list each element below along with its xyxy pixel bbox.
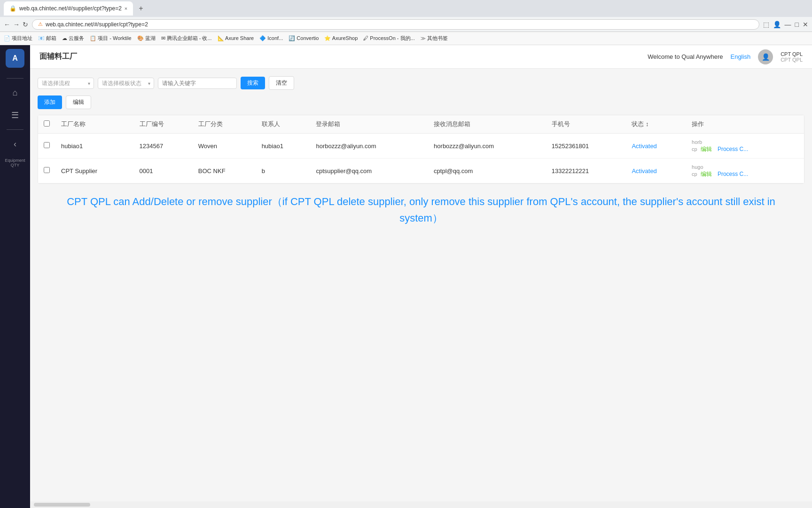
status-badge-2: Activated bbox=[632, 167, 656, 175]
row-checkbox-2[interactable] bbox=[44, 167, 50, 173]
process-link-1[interactable]: Process C... bbox=[718, 146, 748, 152]
td-actions-1: horbcp 编辑 Process C... bbox=[686, 134, 804, 159]
filter-bar: 请选择流程 请选择模板状态 搜索 清空 bbox=[38, 76, 804, 90]
th-login-email: 登录邮箱 bbox=[310, 115, 428, 134]
bookmark-axure[interactable]: 📐 Axure Share bbox=[218, 35, 254, 41]
sidebar-item-menu[interactable]: ☰ bbox=[5, 105, 25, 126]
bookmark-email[interactable]: 📧 邮箱 bbox=[38, 35, 56, 42]
table-wrapper: 工厂名称 工厂编号 工厂分类 联系人 登录邮箱 接收消息邮箱 手机号 状态 ↕ … bbox=[38, 115, 804, 184]
bookmark-convertio[interactable]: 🔄 Convertio bbox=[289, 35, 319, 41]
td-notify-email-1: horbozzz@aliyun.com bbox=[428, 134, 546, 159]
td-phone-1: 15252361801 bbox=[546, 134, 626, 159]
user-name-line1: CPT QPL bbox=[781, 51, 803, 57]
td-actions-2: hugocp 编辑 Process C... bbox=[686, 159, 804, 183]
table-header-row: 工厂名称 工厂编号 工厂分类 联系人 登录邮箱 接收消息邮箱 手机号 状态 ↕ … bbox=[38, 115, 804, 134]
table-row: hubiao1 1234567 Woven hubiao1 horbozzz@a… bbox=[38, 134, 804, 159]
td-code-2: 0001 bbox=[134, 159, 193, 183]
td-notify-email-2: cptpl@qq.com bbox=[428, 159, 546, 183]
reload-icon[interactable]: ↻ bbox=[23, 21, 28, 28]
bookmarks-bar: 📄 项目地址 📧 邮箱 ☁ 云服务 📋 项目 - Worktile 🎨 蓝湖 ✉… bbox=[0, 32, 812, 45]
back-icon[interactable]: ← bbox=[4, 21, 10, 28]
language-switch[interactable]: English bbox=[730, 53, 750, 60]
row-checkbox-1[interactable] bbox=[44, 142, 50, 148]
edit-link-2[interactable]: 编辑 bbox=[701, 171, 712, 177]
td-name-1: hubiao1 bbox=[55, 134, 134, 159]
bookmark-lanhu[interactable]: 🎨 蓝湖 bbox=[137, 35, 156, 42]
content-area: QPL/PTM操作说明 请选择流程 请选择模板状态 搜索 清空 bbox=[30, 69, 812, 501]
td-category-2: BOC NKF bbox=[193, 159, 256, 183]
th-contact: 联系人 bbox=[256, 115, 311, 134]
bookmark-processon[interactable]: 🖊 ProcessOn - 我的... bbox=[363, 35, 414, 42]
app-wrapper: A ⌂ ☰ ‹ Equipment QTY 面辅料工厂 Welcome to Q… bbox=[0, 45, 812, 508]
tab-close-icon[interactable]: × bbox=[125, 6, 127, 11]
main-content: 面辅料工厂 Welcome to Qual Anywhere English 👤… bbox=[30, 45, 812, 508]
th-factory-code: 工厂编号 bbox=[134, 115, 193, 134]
sidebar-item-collapse[interactable]: ‹ bbox=[5, 134, 25, 154]
th-notify-email: 接收消息邮箱 bbox=[428, 115, 546, 134]
user-name-block: CPT QPL CPT QPL bbox=[781, 51, 803, 63]
bookmark-cloud[interactable]: ☁ 云服务 bbox=[62, 35, 84, 42]
td-name-2: CPT Supplier bbox=[55, 159, 134, 183]
bookmark-iconf[interactable]: 🔷 Iconf... bbox=[259, 35, 283, 41]
bookmark-tencent-mail[interactable]: ✉ 腾讯企业邮箱 - 收... bbox=[161, 35, 212, 42]
bookmark-others[interactable]: ≫ 其他书签 bbox=[421, 35, 448, 42]
tab-title: web.qa.chintec.net/#/supplier/cpt?type=2 bbox=[19, 5, 122, 12]
th-factory-category: 工厂分类 bbox=[193, 115, 256, 134]
sidebar-item-home[interactable]: ⌂ bbox=[5, 82, 25, 103]
minimize-icon[interactable]: — bbox=[785, 21, 791, 28]
browser-tab[interactable]: 🔒 web.qa.chintec.net/#/supplier/cpt?type… bbox=[4, 1, 133, 16]
bookmark-worktile[interactable]: 📋 项目 - Worktile bbox=[90, 35, 131, 42]
sidebar-divider bbox=[7, 78, 23, 79]
th-phone: 手机号 bbox=[546, 115, 626, 134]
th-checkbox bbox=[38, 115, 55, 134]
tab-favicon: 🔒 bbox=[9, 5, 16, 12]
clear-button[interactable]: 清空 bbox=[269, 76, 294, 90]
welcome-text: Welcome to Qual Anywhere bbox=[648, 53, 723, 60]
td-checkbox-2 bbox=[38, 159, 55, 183]
close-window-icon[interactable]: ✕ bbox=[803, 21, 808, 28]
security-warning-icon: ⚠ bbox=[38, 21, 43, 27]
data-table: 工厂名称 工厂编号 工厂分类 联系人 登录邮箱 接收消息邮箱 手机号 状态 ↕ … bbox=[38, 115, 804, 183]
bookmark-axureshop[interactable]: ⭐ AxureShop bbox=[324, 35, 358, 41]
add-button[interactable]: 添加 bbox=[38, 95, 62, 109]
td-code-1: 1234567 bbox=[134, 134, 193, 159]
th-actions: 操作 bbox=[686, 115, 804, 134]
td-phone-2: 13322212221 bbox=[546, 159, 626, 183]
td-login-email-2: cptsupplier@qq.com bbox=[310, 159, 428, 183]
address-bar[interactable]: ⚠ web.qa.chintec.net/#/supplier/cpt?type… bbox=[32, 19, 759, 30]
page-title: 面辅料工厂 bbox=[39, 52, 77, 62]
td-login-email-1: horbozzz@aliyun.com bbox=[310, 134, 428, 159]
sidebar: A ⌂ ☰ ‹ Equipment QTY bbox=[0, 45, 30, 508]
edit-button[interactable]: 编辑 bbox=[66, 95, 91, 109]
profile-icon[interactable]: 👤 bbox=[773, 21, 781, 28]
process-link-2[interactable]: Process C... bbox=[718, 171, 748, 177]
select-all-checkbox[interactable] bbox=[44, 120, 50, 127]
maximize-icon[interactable]: □ bbox=[795, 21, 799, 28]
user-avatar[interactable]: 👤 bbox=[758, 49, 773, 64]
th-status[interactable]: 状态 ↕ bbox=[626, 115, 686, 134]
header-right: Welcome to Qual Anywhere English 👤 CPT Q… bbox=[648, 49, 803, 64]
forward-icon[interactable]: → bbox=[13, 21, 20, 28]
edit-link-1[interactable]: 编辑 bbox=[701, 146, 712, 152]
th-factory-name: 工厂名称 bbox=[55, 115, 134, 134]
filter-select-status[interactable]: 请选择模板状态 bbox=[98, 78, 154, 89]
search-button[interactable]: 搜索 bbox=[241, 77, 265, 89]
sidebar-divider-2 bbox=[7, 129, 23, 130]
browser-action-icons: ⬚ 👤 — □ ✕ bbox=[763, 21, 808, 28]
filter-select-process[interactable]: 请选择流程 bbox=[38, 78, 94, 89]
sidebar-item-equipqty[interactable]: Equipment QTY bbox=[2, 156, 28, 169]
extensions-icon[interactable]: ⬚ bbox=[763, 21, 769, 28]
td-category-1: Woven bbox=[193, 134, 256, 159]
bottom-note-text: CPT QPL can Add/Delete or remove supplie… bbox=[67, 196, 775, 224]
td-contact-2: b bbox=[256, 159, 311, 183]
filter-keyword-input[interactable] bbox=[158, 78, 237, 89]
sidebar-logo: A bbox=[6, 49, 24, 68]
bottom-note: CPT QPL can Add/Delete or remove supplie… bbox=[38, 184, 804, 236]
add-tab-button[interactable]: + bbox=[136, 3, 146, 14]
scrollbar-thumb[interactable] bbox=[34, 503, 90, 507]
top-header: 面辅料工厂 Welcome to Qual Anywhere English 👤… bbox=[30, 45, 812, 69]
filter-select-wrapper-2: 请选择模板状态 bbox=[98, 78, 154, 89]
horizontal-scrollbar[interactable] bbox=[30, 501, 812, 508]
address-bar-row: ← → ↻ ⚠ web.qa.chintec.net/#/supplier/cp… bbox=[0, 17, 812, 32]
bookmark-item[interactable]: 📄 项目地址 bbox=[4, 35, 32, 42]
